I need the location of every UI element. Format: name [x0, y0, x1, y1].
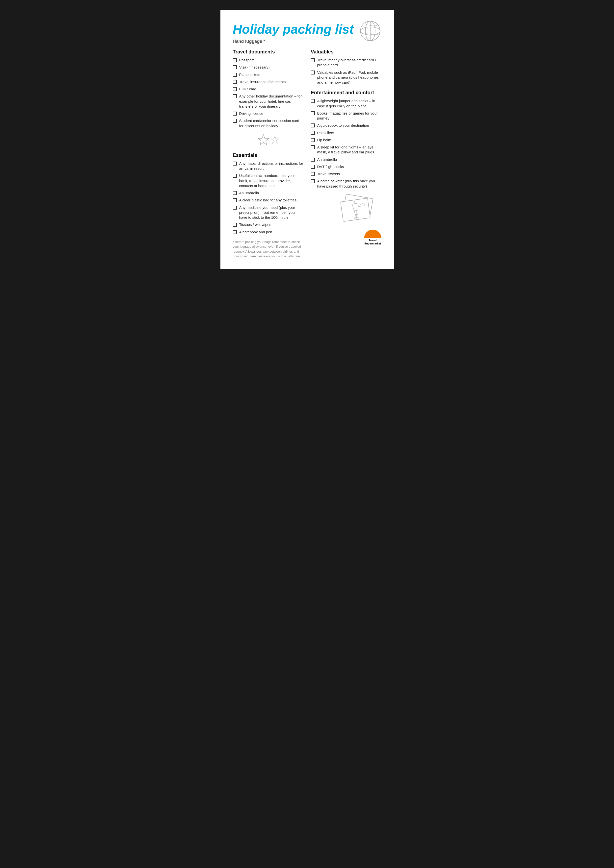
list-item: Any maps, directions or instructions for…	[233, 161, 303, 171]
list-item: Driving licence	[233, 111, 303, 116]
valuables-list: Travel money/overseas credit card / prep…	[311, 57, 381, 85]
list-item: Any other holiday documentation – for ex…	[233, 94, 303, 109]
checkbox[interactable]	[311, 124, 315, 127]
list-item: A lightweight jumper and socks – in case…	[311, 98, 381, 108]
svg-marker-5	[258, 135, 269, 145]
list-item: Lip balm	[311, 138, 381, 143]
checkbox[interactable]	[233, 65, 237, 69]
checkbox[interactable]	[311, 58, 315, 62]
travel-docs-heading: Travel documents	[233, 49, 303, 55]
footnote-text: * Before packing your bags remember to c…	[233, 240, 303, 259]
checkbox[interactable]	[311, 99, 315, 103]
checkbox[interactable]	[233, 174, 237, 178]
list-item: An umbrella	[311, 157, 381, 162]
checkbox[interactable]	[311, 179, 315, 183]
checkbox[interactable]	[233, 112, 237, 116]
entertainment-heading: Entertainment and comfort	[311, 90, 381, 96]
checkbox[interactable]	[233, 223, 237, 227]
list-item: Painkillers	[311, 130, 381, 135]
list-item: A guidebook to your destination	[311, 123, 381, 128]
star-large-icon	[256, 133, 270, 147]
list-item: Tissues / wet wipes	[233, 222, 303, 227]
checkbox[interactable]	[311, 172, 315, 176]
list-item: Plane tickets	[233, 72, 303, 77]
list-item: Travel insurance documents	[233, 79, 303, 84]
essentials-list: Any maps, directions or instructions for…	[233, 161, 303, 234]
postcard-illustration	[311, 194, 381, 228]
checkbox[interactable]	[233, 206, 237, 209]
svg-rect-8	[340, 198, 370, 222]
page: Holiday packing list Hand luggage * Trav…	[221, 10, 394, 269]
checkbox[interactable]	[233, 80, 237, 84]
stars-decoration	[233, 133, 303, 147]
checkbox[interactable]	[233, 198, 237, 202]
list-item: Travel money/overseas credit card / prep…	[311, 57, 381, 68]
svg-marker-6	[271, 136, 278, 144]
checkbox[interactable]	[233, 161, 237, 166]
checkbox[interactable]	[233, 230, 237, 234]
list-item: An umbrella	[233, 191, 303, 195]
list-item: Useful contact numbers – for your bank, …	[233, 173, 303, 188]
checkbox[interactable]	[233, 58, 237, 62]
list-item: A bottle of water (buy this once you hav…	[311, 179, 381, 189]
list-item: Visa (if necessary)	[233, 65, 303, 70]
checkbox[interactable]	[233, 94, 237, 98]
checkbox[interactable]	[311, 138, 315, 142]
eiffel-tower-postcard-icon	[337, 194, 381, 228]
list-item: Books, magazines or games for your journ…	[311, 111, 381, 121]
travel-docs-list: Passport Visa (if necessary) Plane ticke…	[233, 57, 303, 129]
globe-icon	[359, 20, 381, 42]
list-item: EHIC card	[233, 87, 303, 91]
list-item: Any medicine you need (plus your prescri…	[233, 205, 303, 220]
checkbox[interactable]	[311, 145, 315, 149]
brand-arc-icon	[364, 229, 381, 238]
list-item: A notebook and pen	[233, 229, 303, 234]
checkbox[interactable]	[311, 165, 315, 169]
list-item: Passport	[233, 57, 303, 63]
brand-logo: TravelSupermarket	[311, 229, 381, 245]
checkbox[interactable]	[311, 158, 315, 161]
list-item: A sleep kit for long flights – an eye ma…	[311, 145, 381, 155]
checkbox[interactable]	[233, 87, 237, 91]
checkbox[interactable]	[311, 71, 315, 74]
checkbox[interactable]	[233, 73, 237, 77]
valuables-heading: Valuables	[311, 49, 381, 55]
list-item: Valuables such as iPad, iPod, mobile pho…	[311, 70, 381, 85]
checkbox[interactable]	[233, 191, 237, 195]
list-item: DVT flight socks	[311, 164, 381, 169]
list-item: A clear plastic bag for any toiletries	[233, 198, 303, 203]
essentials-heading: Essentials	[233, 152, 303, 158]
list-item: Travel sweets	[311, 172, 381, 177]
list-item: Student card/senior concession card – fo…	[233, 118, 303, 129]
checkbox[interactable]	[311, 112, 315, 115]
checkbox[interactable]	[233, 119, 237, 123]
checkbox[interactable]	[311, 131, 315, 135]
star-small-icon	[270, 135, 280, 145]
brand-name: TravelSupermarket	[364, 239, 381, 245]
left-column: Travel documents Passport Visa (if neces…	[233, 49, 303, 259]
right-column: Valuables Travel money/overseas credit c…	[311, 49, 381, 259]
entertainment-list: A lightweight jumper and socks – in case…	[311, 98, 381, 189]
